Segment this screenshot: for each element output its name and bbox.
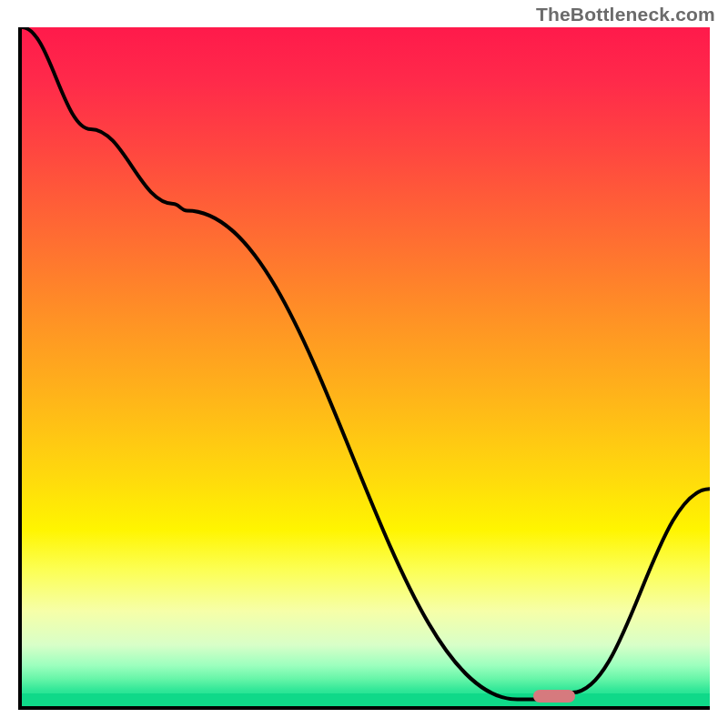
plot-area [18, 27, 710, 710]
watermark-text: TheBottleneck.com [536, 4, 715, 25]
optimal-point-marker [533, 690, 575, 703]
chart-container: TheBottleneck.com [0, 0, 728, 728]
bottleneck-curve [22, 27, 710, 706]
